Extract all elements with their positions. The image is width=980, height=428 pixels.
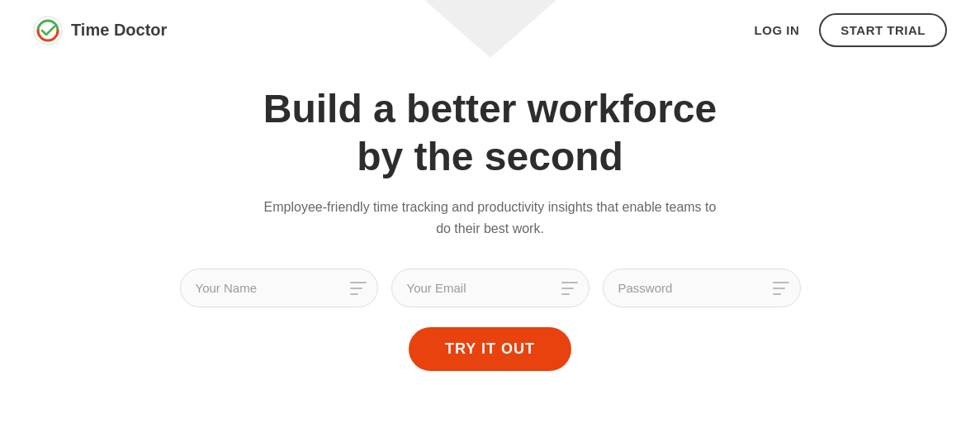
try-it-out-button[interactable]: TRY IT OUT: [409, 327, 571, 371]
logo-icon: [33, 16, 63, 45]
name-input-wrapper: [180, 269, 378, 307]
form-row: [180, 269, 801, 307]
subheadline: Employee-friendly time tracking and prod…: [259, 197, 722, 239]
headline-line1: Build a better workforce: [263, 87, 717, 131]
nav-right: LOG IN START TRIAL: [755, 13, 947, 47]
name-input[interactable]: [180, 269, 378, 307]
password-input[interactable]: [603, 269, 801, 307]
main-content: Build a better workforce by the second E…: [0, 60, 980, 371]
email-input[interactable]: [391, 269, 589, 307]
password-input-wrapper: [603, 269, 801, 307]
headline: Build a better workforce by the second: [263, 85, 717, 180]
logo-text: Time Doctor: [71, 21, 167, 40]
email-input-wrapper: [391, 269, 589, 307]
email-input-icon: [561, 282, 578, 295]
name-input-icon: [350, 282, 367, 295]
login-link[interactable]: LOG IN: [755, 23, 800, 37]
start-trial-button[interactable]: START TRIAL: [819, 13, 947, 47]
password-input-icon: [773, 282, 789, 295]
logo-area: Time Doctor: [33, 16, 167, 45]
header: Time Doctor LOG IN START TRIAL: [0, 0, 980, 60]
headline-line2: by the second: [357, 135, 623, 178]
